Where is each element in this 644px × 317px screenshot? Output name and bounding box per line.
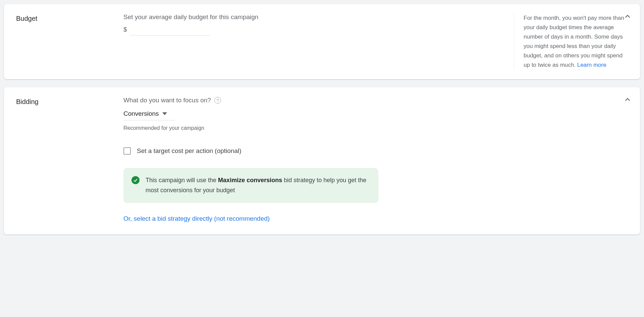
collapse-bidding-button[interactable] — [623, 95, 632, 104]
currency-symbol: $ — [123, 26, 127, 33]
bidding-prompt: What do you want to focus on? ? — [123, 97, 628, 104]
chevron-up-icon — [623, 12, 632, 21]
notice-bold: Maximize conversions — [218, 177, 282, 183]
budget-section-title: Budget — [16, 13, 123, 70]
learn-more-link[interactable]: Learn more — [577, 62, 606, 68]
budget-card: Budget Set your average daily budget for… — [4, 4, 640, 79]
target-cpa-label: Set a target cost per action (optional) — [137, 147, 241, 155]
bidding-prompt-text: What do you want to focus on? — [123, 97, 211, 104]
bidding-section-body: What do you want to focus on? ? Conversi… — [123, 97, 628, 225]
budget-info-text: For the month, you won't pay more than y… — [524, 15, 624, 68]
focus-dropdown[interactable]: Conversions — [123, 108, 175, 120]
focus-helper-text: Recommended for your campaign — [123, 125, 628, 131]
target-cpa-row: Set a target cost per action (optional) — [123, 147, 628, 155]
svg-marker-0 — [162, 112, 167, 115]
select-bid-strategy-link[interactable]: Or, select a bid strategy directly (not … — [123, 215, 270, 222]
notice-text: This campaign will use the Maximize conv… — [146, 175, 370, 195]
budget-info-panel: For the month, you won't pay more than y… — [514, 13, 628, 70]
bidding-card: Bidding What do you want to focus on? ? … — [4, 87, 640, 234]
target-cpa-checkbox[interactable] — [123, 147, 131, 155]
focus-dropdown-value: Conversions — [123, 110, 159, 117]
budget-input-row: $ — [123, 25, 504, 36]
budget-section-body: Set your average daily budget for this c… — [123, 13, 504, 70]
help-icon[interactable]: ? — [214, 97, 221, 104]
budget-amount-input[interactable] — [130, 25, 210, 36]
budget-prompt: Set your average daily budget for this c… — [123, 13, 504, 21]
chevron-up-icon — [623, 95, 632, 104]
bidding-section-title: Bidding — [16, 97, 123, 225]
check-circle-icon — [131, 176, 140, 184]
caret-down-icon — [162, 111, 167, 116]
notice-pre: This campaign will use the — [146, 177, 218, 183]
collapse-budget-button[interactable] — [623, 12, 632, 21]
bid-strategy-notice: This campaign will use the Maximize conv… — [123, 168, 378, 203]
